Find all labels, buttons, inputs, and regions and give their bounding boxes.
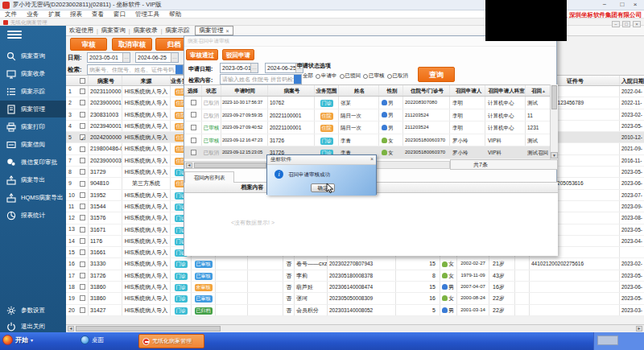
row-checkbox[interactable] bbox=[80, 238, 85, 244]
tab-recall-content-list[interactable]: 召回内容列表 bbox=[184, 171, 234, 183]
header-applicant-dept[interactable]: 召回申请人科室 bbox=[485, 85, 526, 96]
row-checkbox[interactable] bbox=[191, 138, 196, 143]
row-checkbox[interactable] bbox=[191, 125, 196, 130]
header-gender[interactable]: 性别 bbox=[379, 85, 403, 96]
sidebar-item-case-search[interactable]: 病案查询 bbox=[0, 47, 66, 64]
header-name[interactable]: 姓名 bbox=[339, 85, 379, 96]
audit-button[interactable]: 审核 bbox=[70, 38, 107, 51]
scrollbar-thumb[interactable] bbox=[551, 85, 557, 109]
scrollbar-thumb[interactable] bbox=[76, 326, 221, 331]
recall-row[interactable]: 已取消 2023-10-30 17:56:37 10762 门诊 张某 男 20… bbox=[184, 97, 550, 109]
horizontal-scrollbar[interactable]: ◄ ► bbox=[66, 324, 644, 331]
header-case-no[interactable]: 病案号 bbox=[268, 85, 315, 96]
dialog-close-icon[interactable]: × bbox=[370, 156, 374, 162]
scrollbar-thumb[interactable] bbox=[194, 163, 266, 168]
header-recall[interactable]: 召回▲ bbox=[526, 85, 550, 96]
mdi-minimize-button[interactable]: − bbox=[612, 21, 620, 27]
start-button[interactable]: 开始 ▾ bbox=[2, 335, 33, 345]
taskbar-task-button[interactable]: 无纸化病案管理 bbox=[138, 334, 204, 348]
menu-item[interactable]: 文件 bbox=[0, 10, 22, 19]
tab-case-search[interactable]: 病案查询 bbox=[98, 27, 129, 35]
recall-table-vscrollbar[interactable]: ▼ bbox=[550, 84, 558, 159]
date-to-input[interactable]: 2024-06-25 … bbox=[135, 52, 179, 63]
recall-row[interactable]: 已审核 2023-09-12 16:47:23 31726 门诊 李青 女 20… bbox=[184, 134, 550, 147]
sidebar-item-wechat-copy-approval[interactable]: 微信复印审批 bbox=[0, 154, 66, 171]
sidebar-item-settings[interactable]: 参数设置 bbox=[0, 302, 66, 319]
table-row[interactable]: 18 31860 HIS系统病人导入 门诊 未审核 否 葫芦娃 20230614… bbox=[66, 282, 644, 293]
scroll-left-icon[interactable]: ◄ bbox=[68, 326, 74, 331]
row-checkbox[interactable] bbox=[80, 284, 85, 290]
row-checkbox[interactable] bbox=[80, 158, 85, 163]
row-checkbox[interactable] bbox=[191, 112, 196, 117]
tab-welcome[interactable]: 欢迎使用 bbox=[66, 27, 97, 35]
date-picker-icon[interactable]: … bbox=[122, 53, 130, 62]
date-picker-icon[interactable]: … bbox=[171, 53, 178, 62]
menu-item[interactable]: 报表 bbox=[65, 10, 87, 19]
row-checkbox[interactable] bbox=[80, 307, 85, 313]
row-checkbox[interactable] bbox=[191, 100, 196, 105]
row-checkbox[interactable] bbox=[80, 134, 85, 140]
row-checkbox[interactable] bbox=[80, 181, 85, 187]
desktop-button[interactable]: 桌面 bbox=[80, 336, 104, 344]
mdi-close-button[interactable]: × bbox=[633, 21, 641, 27]
row-checkbox[interactable] bbox=[80, 169, 85, 175]
status-radio[interactable]: 已审核 bbox=[363, 72, 385, 80]
cancel-audit-button[interactable]: 取消审核 bbox=[112, 38, 152, 51]
table-row[interactable]: 20 31427 HIS系统病人导入 门诊 已归档 否 会员积分 2023031… bbox=[66, 305, 644, 316]
row-checkbox[interactable] bbox=[80, 123, 85, 129]
reject-button[interactable]: 驳回申请 bbox=[222, 49, 254, 60]
row-checkbox[interactable] bbox=[80, 100, 85, 105]
row-checkbox[interactable] bbox=[80, 273, 85, 278]
menu-item[interactable]: 帮助 bbox=[164, 10, 186, 19]
menu-item[interactable]: 查看 bbox=[87, 10, 109, 19]
sidebar-item-case-trace[interactable]: 病案示踪 bbox=[0, 83, 66, 100]
dialog-titlebar[interactable]: 坐标软件 × bbox=[267, 155, 376, 165]
status-radio[interactable]: 已取消 bbox=[387, 72, 409, 80]
row-checkbox[interactable] bbox=[80, 204, 85, 209]
search-dropdown-icon[interactable] bbox=[294, 75, 301, 84]
approve-button[interactable]: 审核通过 bbox=[186, 49, 218, 60]
menu-item[interactable]: 窗口 bbox=[109, 10, 130, 19]
header-case-no[interactable]: 病案号 bbox=[89, 76, 122, 85]
header-applicant[interactable]: 召回申请人 bbox=[450, 85, 485, 96]
recall-row[interactable]: 已取消 2023-09-27 09:59:35 20221100001 住院 隔… bbox=[184, 109, 550, 122]
row-checkbox[interactable] bbox=[80, 146, 85, 152]
sidebar-item-case-export[interactable]: 病案导出 bbox=[0, 171, 66, 188]
scroll-down-icon[interactable]: ▼ bbox=[551, 152, 558, 159]
menu-item[interactable]: 管理工具 bbox=[130, 10, 164, 19]
sidebar-item-hqms-export[interactable]: HQMS病案导出 bbox=[0, 189, 66, 206]
row-checkbox[interactable] bbox=[80, 227, 85, 233]
scroll-left-icon[interactable]: ◄ bbox=[186, 163, 192, 168]
row-checkbox[interactable] bbox=[80, 112, 85, 117]
select-all-checkbox[interactable] bbox=[80, 78, 85, 84]
close-button[interactable]: × bbox=[630, 0, 641, 9]
recall-row[interactable]: 已审核 2023-09-27 09:40:52 20221100001 住院 隔… bbox=[184, 121, 550, 134]
sidebar-item-case-collect[interactable]: 病案收录 bbox=[0, 65, 66, 82]
hamburger-icon[interactable] bbox=[7, 31, 22, 40]
header-select[interactable]: 选择 bbox=[184, 85, 202, 96]
row-checkbox[interactable] bbox=[80, 261, 85, 267]
header-admit[interactable]: 入院日期 bbox=[620, 76, 644, 85]
header-apply-time[interactable]: 申请时间 bbox=[221, 85, 268, 96]
row-checkbox[interactable] bbox=[80, 192, 85, 198]
status-radio[interactable]: 已驳回 bbox=[340, 72, 361, 80]
tab-case-trace[interactable]: 病案示踪 bbox=[162, 27, 192, 35]
tab-close-icon[interactable]: × bbox=[225, 28, 229, 34]
maximize-button[interactable]: □ bbox=[617, 0, 628, 9]
status-radio[interactable]: 申请中 bbox=[316, 72, 337, 80]
row-checkbox[interactable] bbox=[80, 249, 85, 255]
sidebar-item-case-borrow[interactable]: 病案借阅 bbox=[0, 136, 66, 153]
date-picker-icon[interactable]: … bbox=[250, 64, 258, 72]
minimize-button[interactable]: − bbox=[599, 0, 610, 9]
sidebar-item-case-manage[interactable]: 病案管理 bbox=[0, 101, 66, 117]
row-checkbox[interactable] bbox=[80, 295, 85, 301]
sidebar-item-case-print[interactable]: 病案打印 bbox=[0, 118, 66, 135]
header-scope[interactable]: 业务范围 bbox=[315, 85, 339, 96]
row-checkbox[interactable] bbox=[80, 215, 85, 220]
row-checkbox[interactable] bbox=[80, 89, 85, 94]
apply-date-from-input[interactable]: 2023-05-01 … bbox=[220, 63, 258, 73]
query-button[interactable]: 查询 bbox=[418, 67, 455, 82]
date-from-input[interactable]: 2023-05-01 … bbox=[87, 52, 130, 63]
search-dropdown-icon[interactable] bbox=[175, 65, 183, 74]
table-row[interactable]: 17 31726 HIS系统病人导入 门诊 已审核 否 李莉 202305180… bbox=[66, 270, 644, 282]
